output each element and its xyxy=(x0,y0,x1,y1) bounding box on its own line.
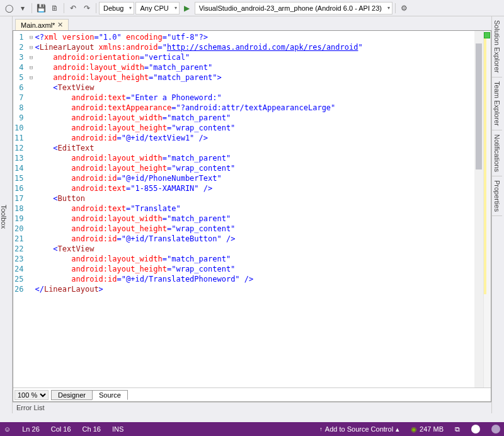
redo-icon[interactable]: ↷ xyxy=(81,2,93,14)
file-tab-label: Main.axml* xyxy=(21,21,55,29)
editor-wrap: 1234567891011121314151617181920212223242… xyxy=(13,30,491,402)
feedback-icon[interactable]: ☺ xyxy=(4,425,11,433)
scroll-thumb[interactable] xyxy=(476,43,482,169)
status-bar: ☺ Ln 26 Col 16 Ch 16 INS ↑Add to Source … xyxy=(0,422,504,436)
document-tabstrip: Main.axml* ✕ xyxy=(13,16,491,30)
platform-dropdown[interactable]: Any CPU xyxy=(135,2,179,14)
notifications-tab[interactable]: Notifications xyxy=(492,130,502,176)
add-source-control[interactable]: ↑Add to Source Control ▴ xyxy=(319,425,399,433)
outlining-margin[interactable]: ⊟⊟⊟⊟⊟ xyxy=(27,31,35,387)
nav-back-icon[interactable]: ◯ xyxy=(3,2,15,14)
marker-bar xyxy=(483,31,491,387)
ok-marker-icon xyxy=(484,32,490,38)
status-dot-2[interactable] xyxy=(491,425,500,433)
right-panel-tabs: Solution Explorer Team Explorer Notifica… xyxy=(491,16,504,413)
main-toolbar: ◯ ▾ 💾 🗎 ↶ ↷ Debug Any CPU ▶ VisualStudio… xyxy=(0,0,504,16)
undo-icon[interactable]: ↶ xyxy=(67,2,79,14)
solution-explorer-tab[interactable]: Solution Explorer xyxy=(492,16,502,77)
target-dropdown[interactable]: VisualStudio_android-23_arm_phone (Andro… xyxy=(195,2,392,14)
memory-indicator: ◉247 MB xyxy=(411,425,444,433)
save-all-icon[interactable]: 🗎 xyxy=(49,2,61,14)
status-ins: INS xyxy=(112,425,123,433)
code-area[interactable]: <?xml version="1.0" encoding="utf-8"?><L… xyxy=(35,31,483,387)
save-icon[interactable]: 💾 xyxy=(35,2,47,14)
upload-icon: ↑ xyxy=(319,426,323,432)
status-col: Col 16 xyxy=(51,425,71,433)
tool-icon[interactable]: ⚙ xyxy=(398,2,411,14)
status-ch: Ch 16 xyxy=(83,425,101,433)
zoom-selector[interactable]: 100 % xyxy=(14,390,49,400)
config-dropdown[interactable]: Debug xyxy=(99,2,134,14)
editor-body: 1234567891011121314151617181920212223242… xyxy=(13,31,491,387)
editor-region: Main.axml* ✕ 123456789101112131415161718… xyxy=(13,16,491,413)
nav-fwd-icon[interactable]: ▾ xyxy=(16,2,29,14)
change-marker xyxy=(484,32,486,294)
vertical-scrollbar[interactable] xyxy=(474,31,483,387)
file-tab-main-axml[interactable]: Main.axml* ✕ xyxy=(15,19,69,30)
designer-source-tabs: 100 % Designer Source xyxy=(13,387,491,401)
error-list-tab[interactable]: Error List xyxy=(13,402,491,413)
properties-tab[interactable]: Properties xyxy=(492,176,502,216)
team-explorer-tab[interactable]: Team Explorer xyxy=(492,77,502,130)
status-dot-1[interactable] xyxy=(471,425,480,433)
source-tab[interactable]: Source xyxy=(92,390,128,400)
run-icon[interactable]: ▶ xyxy=(181,2,193,14)
close-tab-icon[interactable]: ✕ xyxy=(57,21,63,29)
line-number-gutter: 1234567891011121314151617181920212223242… xyxy=(13,31,27,387)
notifications-icon[interactable]: ⧉ xyxy=(455,425,460,433)
toolbox-panel-tab[interactable]: Toolbox xyxy=(0,16,13,413)
status-ln: Ln 26 xyxy=(22,425,40,433)
designer-tab[interactable]: Designer xyxy=(51,390,93,400)
